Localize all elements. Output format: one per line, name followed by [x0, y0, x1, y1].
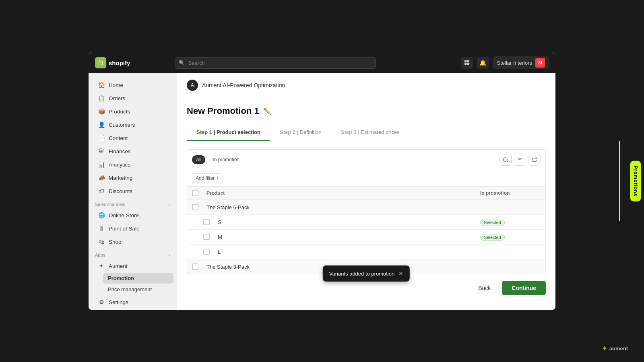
row-check-m[interactable]: [203, 234, 218, 240]
sidebar-item-analytics[interactable]: 📊 Analytics: [92, 158, 173, 171]
step-1[interactable]: Step 1 | Product selection: [187, 124, 270, 141]
page-title-row: New Promotion 1 ✏️: [187, 106, 546, 116]
table-row: M Selected: [187, 230, 545, 245]
app-logo: A: [187, 80, 198, 91]
svg-rect-0: [464, 60, 466, 62]
sales-channels-nav: 🌐 Online Store 🖥 Point of Sale 🛍 Shop: [89, 208, 177, 249]
top-bar: shopify 🔍 🔔 Stellar Interiors SI: [89, 52, 555, 73]
row-check-s[interactable]: [203, 219, 218, 225]
table-row: The Staple 6-Pack: [187, 200, 545, 215]
sidebar-item-point-of-sale[interactable]: 🖥 Point of Sale: [92, 222, 173, 235]
sidebar-item-promotion[interactable]: Promotion: [103, 273, 173, 284]
page-title: New Promotion 1: [187, 106, 259, 116]
add-filter-label: Add filter: [196, 175, 215, 181]
content-area: A Aument AI-Powered Optimization New Pro…: [177, 73, 555, 310]
search-icon: 🔍: [179, 60, 185, 66]
aument-star-icon: ✦: [602, 345, 607, 352]
analytics-icon: 📊: [98, 161, 105, 168]
sidebar-label-orders: Orders: [109, 95, 125, 101]
edit-title-icon[interactable]: ✏️: [263, 107, 271, 115]
finances-icon: 🏛: [98, 148, 105, 154]
filter-row: Add filter +: [187, 170, 545, 187]
sidebar-item-online-store[interactable]: 🌐 Online Store: [92, 209, 173, 222]
discounts-icon: 🏷: [98, 188, 105, 194]
search-bar[interactable]: 🔍: [175, 57, 376, 69]
sidebar-item-finances[interactable]: 🏛 Finances: [92, 145, 173, 158]
sidebar-label-promotion: Promotion: [108, 275, 134, 281]
sidebar-item-settings[interactable]: ⚙ Settings: [92, 296, 173, 309]
sidebar-nav: 🏠 Home 📋 Orders 📦 Products 👤 Customers 📄: [89, 78, 177, 198]
sidebar-item-customers[interactable]: 👤 Customers: [92, 118, 173, 131]
continue-button[interactable]: Continue: [502, 281, 546, 295]
sidebar-label-online-store: Online Store: [109, 212, 139, 218]
tab-in-promotion[interactable]: In promotion: [208, 155, 244, 164]
sidebar-item-orders[interactable]: 📋 Orders: [92, 92, 173, 105]
search-input[interactable]: [175, 57, 376, 69]
main-layout: 🏠 Home 📋 Orders 📦 Products 👤 Customers 📄: [89, 73, 555, 310]
sidebar-label-home: Home: [109, 82, 123, 88]
aument-subnav: Promotion Price management: [89, 273, 177, 295]
sidebar-item-shop[interactable]: 🛍 Shop: [92, 235, 173, 248]
sidebar-label-discounts: Discounts: [109, 188, 132, 194]
sidebar-item-aument[interactable]: ✦ Aument: [92, 259, 173, 272]
variant-name-m: M: [218, 234, 480, 240]
settings-icon: ⚙: [98, 299, 105, 305]
search-filter-icon[interactable]: [500, 154, 512, 166]
sidebar-label-finances: Finances: [109, 148, 131, 154]
aument-text: aument: [609, 346, 628, 352]
sidebar-item-products[interactable]: 📦 Products: [92, 105, 173, 118]
notification-icon[interactable]: 🔔: [477, 57, 489, 69]
tab-all[interactable]: All: [192, 155, 205, 164]
table-toolbar-right: [500, 154, 541, 166]
shopify-store-icon[interactable]: [461, 57, 473, 69]
home-icon: 🏠: [98, 82, 105, 88]
sidebar-item-content[interactable]: 📄 Content: [92, 132, 173, 144]
variant-name-s: S: [218, 219, 480, 225]
toast-close-button[interactable]: ✕: [398, 270, 403, 277]
sidebar-item-discounts[interactable]: 🏷 Discounts: [92, 185, 173, 197]
aument-brand: ✦ aument: [602, 345, 628, 352]
step-2[interactable]: Step 2 | Definition: [270, 124, 331, 141]
selected-badge-s: Selected: [480, 219, 505, 226]
svg-point-4: [504, 158, 507, 161]
sidebar-label-settings: Settings: [109, 299, 128, 305]
sales-channels-expand-icon[interactable]: ›: [169, 202, 170, 207]
sidebar-item-price-management[interactable]: Price management: [103, 284, 173, 295]
row-check-staple3[interactable]: [192, 263, 206, 270]
header-product: Product: [206, 190, 480, 196]
aument-icon: ✦: [98, 263, 105, 269]
shopify-logo[interactable]: shopify: [95, 57, 130, 68]
sidebar-bottom: ⚙ Settings: [89, 295, 177, 310]
sidebar-label-aument: Aument: [109, 263, 128, 269]
row-check-l[interactable]: [203, 249, 218, 255]
reorder-icon[interactable]: [528, 154, 541, 166]
table-row: L: [187, 245, 545, 259]
online-store-icon: 🌐: [98, 212, 105, 218]
select-all-checkbox[interactable]: [192, 190, 198, 196]
svg-rect-2: [464, 63, 466, 65]
svg-rect-3: [467, 63, 469, 65]
sales-channels-section: Sales channels ›: [89, 198, 177, 208]
sidebar-label-products: Products: [109, 109, 130, 115]
marketing-icon: 📣: [98, 175, 105, 181]
sort-icon[interactable]: [514, 154, 526, 166]
sidebar-item-home[interactable]: 🏠 Home: [92, 78, 173, 91]
orders-icon: 📋: [98, 95, 105, 101]
row-check-staple6[interactable]: [192, 204, 206, 210]
top-bar-right: 🔔 Stellar Interiors SI: [461, 56, 549, 69]
step-3[interactable]: Step 3 | Estimated prices: [331, 124, 409, 141]
store-button[interactable]: Stellar Interiors SI: [493, 56, 549, 69]
apps-expand-icon[interactable]: ›: [169, 253, 170, 257]
side-promotions-tab[interactable]: Promotions: [630, 161, 641, 202]
toast-notification: Variants added to promotion ✕: [323, 265, 410, 282]
add-filter-button[interactable]: Add filter +: [192, 173, 223, 183]
sidebar-item-marketing[interactable]: 📣 Marketing: [92, 171, 173, 184]
product-table: All In promotion: [187, 149, 546, 274]
toast-message: Variants added to promotion: [329, 271, 394, 277]
sidebar-label-content: Content: [109, 135, 128, 141]
apps-section: Apps ›: [89, 249, 177, 259]
sidebar-label-price-management: Price management: [108, 286, 152, 292]
selected-badge-m: Selected: [480, 234, 505, 241]
back-button[interactable]: Back: [472, 282, 497, 294]
sidebar-label-analytics: Analytics: [109, 162, 130, 168]
